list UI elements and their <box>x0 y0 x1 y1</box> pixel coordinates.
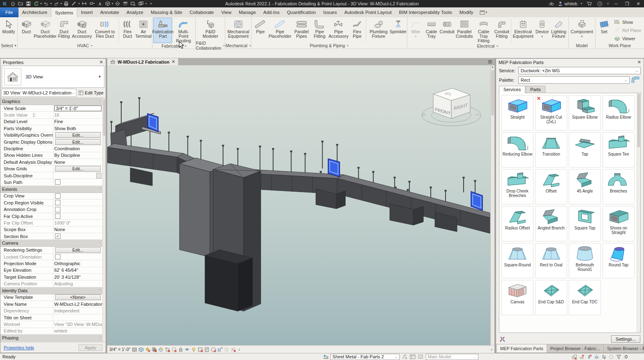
select-links-icon[interactable] <box>571 354 578 360</box>
view-template-edit-button[interactable]: <None> <box>55 294 100 300</box>
duct-accessory-button[interactable]: Duct Accessory <box>72 18 92 43</box>
revit-logo-icon[interactable]: R <box>1 1 8 7</box>
analytical-model-icon[interactable] <box>210 346 217 352</box>
view-control-collapse-icon[interactable]: ‹ <box>238 347 240 352</box>
worksets-dialog-icon[interactable] <box>409 354 416 360</box>
viewer-button[interactable]: Viewer <box>613 35 642 41</box>
convert-to-flex-duct-button[interactable]: Convert to Flex Duct <box>92 18 118 43</box>
select-underlay-icon[interactable] <box>579 354 585 360</box>
pipe-fitting-button[interactable]: Pipe Fitting <box>311 18 328 43</box>
view-scale-control[interactable]: 3/4" = 1'-0" <box>109 347 130 352</box>
pipe-accessory-button[interactable]: Pipe Accessory <box>328 18 349 43</box>
thin-lines-icon[interactable] <box>122 1 129 7</box>
properties-close-icon[interactable]: ✕ <box>99 60 103 65</box>
ribbon-tab-modify[interactable]: Modify <box>456 7 477 17</box>
component-button[interactable]: Component▾ <box>570 18 594 43</box>
view-tab[interactable]: W-MDuct-L2 Fabrication ✕ <box>107 58 179 65</box>
view-scale-input[interactable]: 3/4" = 1'-0" <box>54 105 102 111</box>
property-section-identity-data[interactable]: Identity Dataˆ <box>0 287 102 294</box>
show-grids-edit-button[interactable]: Edit... <box>55 166 100 172</box>
print-icon[interactable] <box>63 1 70 7</box>
plumbing-fixture-button[interactable]: Plumbing Fixture <box>367 18 390 43</box>
sprinkler-button[interactable]: Sprinkler <box>390 18 406 43</box>
ribbon-tab-annotate[interactable]: Annotate <box>97 7 123 17</box>
p-id-modeler-button[interactable]: P&ID Modeler <box>196 18 224 43</box>
ribbon-tab-add-ins[interactable]: Add-Ins <box>260 7 284 17</box>
edit-type-button[interactable]: Edit Type <box>76 90 105 95</box>
view-tab-close-icon[interactable]: ✕ <box>171 59 175 64</box>
detail-level-icon[interactable] <box>132 346 138 352</box>
group-expander-icon[interactable]: » <box>223 44 225 48</box>
panel-tab-system-browser-fabric[interactable]: System Browser - Fabric... <box>604 344 644 353</box>
part-tap[interactable]: Tap <box>569 132 601 167</box>
sun-path-checkbox[interactable] <box>55 179 60 185</box>
visibility-graphics-overri-edit-button[interactable]: Edit... <box>55 132 100 138</box>
selection-filter-icon[interactable] <box>616 354 622 360</box>
part-drop-cheek-breeches[interactable]: Drop Cheek Breeches <box>501 169 533 204</box>
mep-tab-parts[interactable]: Parts <box>526 86 545 93</box>
redo-caret-icon[interactable]: ▾ <box>60 2 62 5</box>
set-button[interactable]: Set <box>596 18 612 43</box>
apply-button[interactable]: Apply <box>78 344 102 351</box>
default-3d-view-icon[interactable] <box>104 1 111 7</box>
active-workset-select[interactable]: Sheet Metal - Fab Parts 2⌄ <box>330 354 399 360</box>
part-square-elbow[interactable]: Square Elbow <box>569 95 601 131</box>
part-transition[interactable]: Transition <box>535 132 567 167</box>
help-icon[interactable]: ? <box>596 1 603 7</box>
worksets-icon[interactable] <box>322 354 329 360</box>
model-canvas[interactable]: TOP FRONT RIGHT <box>107 65 490 345</box>
locked-orientation-checkbox[interactable] <box>55 254 60 259</box>
service-select[interactable]: Ductwork: +2in WG⌄ <box>518 67 641 74</box>
annotation-crop-checkbox[interactable] <box>55 207 60 212</box>
part-square-tap[interactable]: Square Tap <box>569 206 601 241</box>
pipe-placeholder-button[interactable]: Pipe Placeholder <box>268 18 291 43</box>
horizontal-scroll-right-icon[interactable]: › <box>491 347 493 352</box>
ribbon-tab-quantification[interactable]: Quantification <box>283 7 319 17</box>
flex-duct-button[interactable]: Flex Duct <box>120 18 135 43</box>
close-button[interactable]: ✕ <box>634 1 642 7</box>
panel-tab-mep-fabrication-parts[interactable]: MEP Fabrication Parts <box>497 344 547 353</box>
property-section-camera[interactable]: Cameraˆ <box>0 240 102 247</box>
part-breeches[interactable]: Breeches <box>602 169 635 204</box>
design-options-select[interactable]: Main Model⌄ <box>426 354 478 360</box>
signed-in-user[interactable]: whiteb <box>558 1 577 6</box>
property-section-extents[interactable]: Extentsˆ <box>0 186 102 193</box>
default-3d-view-caret-icon[interactable]: ▾ <box>112 2 113 5</box>
ribbon-tab-view[interactable]: View <box>217 7 235 17</box>
mep-panel-close-icon[interactable]: ✕ <box>637 60 641 65</box>
type-selector[interactable]: 3D View ▼ <box>2 66 104 88</box>
viewport-vertical-scrollbar[interactable]: ▲ <box>490 65 494 345</box>
duct-button[interactable]: Duct <box>18 18 34 43</box>
panel-tab-project-browser-fabric[interactable]: Project Browser - Fabric... <box>547 344 604 353</box>
ribbon-tab-autodesk-point-layout[interactable]: Autodesk Point Layout <box>341 7 395 17</box>
pipe-button[interactable]: Pipe <box>252 18 268 43</box>
group-expander-icon[interactable]: » <box>346 44 349 48</box>
select-pinned-icon[interactable] <box>586 354 593 360</box>
undo-caret-icon[interactable]: ▾ <box>51 2 52 5</box>
ribbon-tab-bim-interoperability-tools[interactable]: BIM Interoperability Tools <box>395 7 456 17</box>
palette-select[interactable]: Rect⌄ <box>518 76 630 84</box>
help-menu-caret-icon[interactable]: ▾ <box>607 2 609 5</box>
crop-view-checkbox[interactable] <box>55 193 60 199</box>
displacement-sets-icon[interactable] <box>217 346 223 352</box>
part-radius-offset[interactable]: Radius Offset <box>501 206 533 241</box>
background-processes-icon[interactable] <box>608 354 615 360</box>
conduit-button[interactable]: Conduit <box>439 18 455 43</box>
crop-region-icon[interactable] <box>171 346 177 352</box>
part-end-cap-s-d[interactable]: End Cap S&D <box>535 280 567 315</box>
worksharing-display-icon[interactable] <box>197 346 203 352</box>
qat-customize-icon[interactable]: ▾ <box>148 1 155 7</box>
rendering-dialog-icon[interactable] <box>158 346 164 352</box>
part-canvas[interactable]: Canvas <box>501 280 533 315</box>
route-fill-icon[interactable] <box>632 76 641 84</box>
part-end-cap-tdc[interactable]: End Cap TDC <box>569 280 601 315</box>
part-radius-elbow[interactable]: Radius Elbow <box>602 95 635 131</box>
property-section-phasing[interactable]: Phasingˆ <box>0 335 102 342</box>
ribbon-tab-systems[interactable]: Systems <box>51 7 77 17</box>
flex-pipe-button[interactable]: Flex Pipe <box>349 18 365 43</box>
wire-button[interactable]: Wire▾ <box>408 18 424 43</box>
rendering-settings-edit-button[interactable]: Edit... <box>55 247 100 253</box>
group-expander-icon[interactable]: » <box>90 44 92 48</box>
ribbon-state-toggle[interactable]: ▾ <box>477 7 490 17</box>
search-icon[interactable] <box>548 1 555 7</box>
